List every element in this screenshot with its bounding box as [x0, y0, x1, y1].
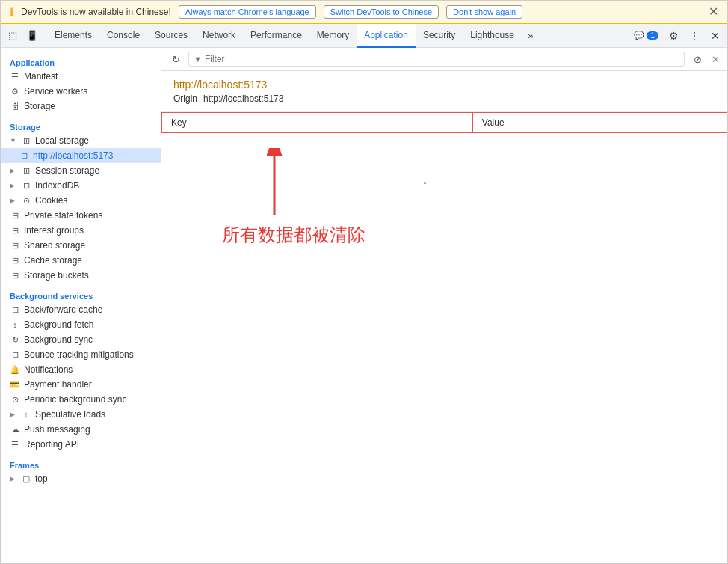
sidebar-item-indexeddb-label: IndexedDB: [35, 180, 79, 191]
sidebar-item-push-messaging-label: Push messaging: [24, 424, 90, 435]
storage-table: Key Value: [161, 112, 727, 358]
infobar-close-button[interactable]: ✕: [709, 6, 718, 18]
sidebar-item-background-sync[interactable]: ↻ Background sync: [1, 332, 161, 347]
tab-sources[interactable]: Sources: [147, 24, 195, 48]
settings-button[interactable]: ⚙: [664, 27, 682, 45]
sidebar-item-service-workers-label: Service workers: [24, 86, 87, 96]
speculative-loads-icon: ↕: [21, 410, 31, 419]
sidebar-item-manifest[interactable]: ☰ Manifest: [1, 69, 161, 84]
tab-performance[interactable]: Performance: [243, 24, 309, 48]
local-storage-arrow: ▼: [10, 137, 17, 144]
filter-container: ▼: [188, 52, 685, 67]
sidebar-item-private-state-tokens[interactable]: ⊟ Private state tokens: [1, 208, 161, 223]
origin-value: http://localhost:5173: [203, 94, 283, 104]
sidebar-item-background-fetch[interactable]: ↕ Background fetch: [1, 317, 161, 332]
dont-show-button[interactable]: Don't show again: [446, 5, 522, 19]
sidebar-item-speculative-loads[interactable]: ▶ ↕ Speculative loads: [1, 407, 161, 422]
empty-state: 所有数据都被清除: [162, 133, 727, 358]
inspect-element-button[interactable]: ⬚: [4, 27, 22, 45]
sidebar-item-manifest-label: Manifest: [24, 71, 58, 82]
sidebar-item-notifications[interactable]: 🔔 Notifications: [1, 362, 161, 377]
sidebar-item-payment-handler[interactable]: 💳 Payment handler: [1, 377, 161, 392]
tab-lighthouse[interactable]: Lighthouse: [463, 24, 522, 48]
shared-storage-icon: ⊟: [10, 241, 20, 251]
storage-header: http://localhost:5173 Origin http://loca…: [161, 71, 727, 112]
devtools-window: ℹ DevTools is now available in Chinese! …: [0, 0, 728, 564]
sidebar-item-reporting-api-label: Reporting API: [24, 439, 79, 450]
console-badge: 1: [647, 31, 658, 40]
sidebar-item-interest-groups-label: Interest groups: [24, 225, 84, 236]
more-options-button[interactable]: ⋮: [685, 27, 703, 45]
device-toolbar-button[interactable]: 📱: [23, 27, 41, 45]
console-messages-button[interactable]: 💬 1: [631, 29, 661, 42]
col-value: Value: [472, 113, 727, 133]
col-key: Key: [162, 113, 473, 133]
sidebar-item-session-storage[interactable]: ▶ ⊞ Session storage: [1, 163, 161, 178]
sidebar-item-storage-label: Storage: [24, 101, 55, 111]
switch-chinese-button[interactable]: Switch DevTools to Chinese: [324, 5, 439, 19]
tab-application[interactable]: Application: [357, 24, 416, 48]
speculative-loads-arrow: ▶: [10, 411, 17, 418]
tab-bar-right: 💬 1 ⚙ ⋮ ✕: [631, 27, 724, 45]
console-icon: 💬: [634, 31, 644, 40]
sidebar-item-session-storage-label: Session storage: [35, 165, 99, 176]
tab-security[interactable]: Security: [416, 24, 463, 48]
filter-input[interactable]: [205, 54, 679, 64]
back-forward-cache-icon: ⊟: [10, 305, 20, 315]
cookies-icon: ⊙: [21, 196, 31, 206]
sidebar-item-localhost-label: http://localhost:5173: [33, 150, 113, 161]
sidebar-item-cookies-label: Cookies: [35, 195, 67, 206]
sidebar-item-bounce-tracking-label: Bounce tracking mitigations: [24, 349, 134, 360]
sidebar-item-reporting-api[interactable]: ☰ Reporting API: [1, 437, 161, 452]
sidebar-item-push-messaging[interactable]: ☁ Push messaging: [1, 422, 161, 437]
block-button[interactable]: ⊘: [689, 51, 706, 67]
sidebar-item-periodic-bg-sync[interactable]: ⊙ Periodic background sync: [1, 392, 161, 407]
local-storage-icon: ⊞: [21, 136, 31, 146]
tab-network[interactable]: Network: [195, 24, 243, 48]
origin-label: Origin: [173, 94, 197, 104]
sidebar-item-local-storage-label: Local storage: [35, 135, 89, 146]
interest-groups-icon: ⊟: [10, 226, 20, 236]
sidebar-item-service-workers[interactable]: ⚙ Service workers: [1, 84, 161, 99]
sidebar-item-shared-storage[interactable]: ⊟ Shared storage: [1, 238, 161, 253]
sidebar-item-shared-storage-label: Shared storage: [24, 240, 85, 251]
tab-console[interactable]: Console: [99, 24, 147, 48]
storage-content: http://localhost:5173 Origin http://loca…: [161, 71, 727, 563]
storage-icon: 🗄: [10, 102, 20, 111]
sidebar-item-cookies[interactable]: ▶ ⊙ Cookies: [1, 193, 161, 208]
sidebar-item-localhost[interactable]: ⊟ http://localhost:5173: [1, 148, 161, 163]
tab-memory[interactable]: Memory: [309, 24, 357, 48]
sidebar-item-speculative-loads-label: Speculative loads: [35, 409, 105, 420]
sidebar-item-back-forward-cache[interactable]: ⊟ Back/forward cache: [1, 302, 161, 317]
tab-bar-icons: ⬚ 📱: [4, 27, 41, 45]
sidebar-item-frames-top-label: top: [35, 473, 48, 484]
sidebar-item-bounce-tracking[interactable]: ⊟ Bounce tracking mitigations: [1, 347, 161, 362]
sidebar-item-back-forward-cache-label: Back/forward cache: [24, 304, 102, 315]
sidebar-item-local-storage[interactable]: ▼ ⊞ Local storage: [1, 133, 161, 148]
filter-icon: ▼: [194, 55, 202, 64]
sidebar-item-interest-groups[interactable]: ⊟ Interest groups: [1, 223, 161, 238]
session-storage-arrow: ▶: [10, 167, 17, 174]
more-tabs-button[interactable]: »: [522, 27, 540, 45]
info-bar: ℹ DevTools is now available in Chinese! …: [1, 1, 727, 24]
frames-top-icon: ▢: [21, 474, 31, 484]
sidebar-item-indexeddb[interactable]: ▶ ⊟ IndexedDB: [1, 178, 161, 193]
sidebar-item-storage-buckets[interactable]: ⊟ Storage buckets: [1, 268, 161, 283]
tab-elements[interactable]: Elements: [47, 24, 99, 48]
clear-button[interactable]: ✕: [710, 54, 721, 65]
frames-section-title: Frames: [1, 456, 161, 471]
sidebar-item-storage[interactable]: 🗄 Storage: [1, 99, 161, 114]
info-text: DevTools is now available in Chinese!: [21, 7, 171, 17]
sidebar-item-cache-storage[interactable]: ⊟ Cache storage: [1, 253, 161, 268]
cache-storage-icon: ⊟: [10, 256, 20, 266]
sidebar-item-frames-top[interactable]: ▶ ▢ top: [1, 471, 161, 486]
close-devtools-button[interactable]: ✕: [706, 27, 724, 45]
sidebar-item-storage-buckets-label: Storage buckets: [24, 270, 89, 281]
storage-section-title: Storage: [1, 118, 161, 133]
service-workers-icon: ⚙: [10, 87, 20, 96]
reporting-api-icon: ☰: [10, 440, 20, 450]
refresh-button[interactable]: ↻: [167, 51, 184, 67]
match-language-button[interactable]: Always match Chrome's language: [179, 5, 316, 19]
push-messaging-icon: ☁: [10, 425, 20, 435]
indexeddb-arrow: ▶: [10, 182, 17, 189]
